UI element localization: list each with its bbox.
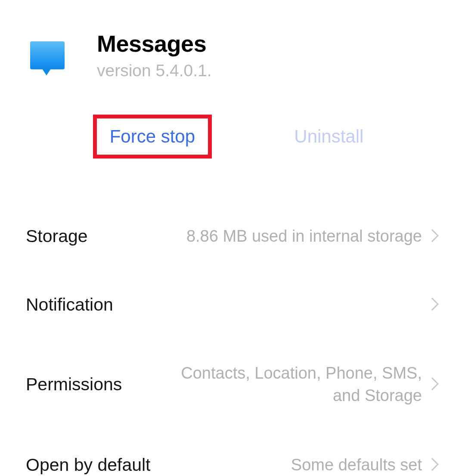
permissions-value: Contacts, Location, Phone, SMS, and Stor… [155, 362, 422, 407]
messages-app-icon [30, 41, 65, 69]
uninstall-button: Uninstall [294, 126, 363, 147]
storage-item[interactable]: Storage 8.86 MB used in internal storage [26, 202, 439, 271]
notification-right [113, 297, 439, 313]
app-title-block: Messages version 5.4.0.1. [97, 30, 212, 80]
chevron-right-icon [431, 376, 439, 393]
chevron-right-icon [431, 228, 439, 245]
open-by-default-item[interactable]: Open by default Some defaults set [26, 430, 439, 476]
storage-right: 8.86 MB used in internal storage [88, 225, 439, 247]
force-stop-button[interactable]: Force stop [93, 115, 212, 159]
settings-list: Storage 8.86 MB used in internal storage… [0, 202, 465, 476]
app-name: Messages [97, 30, 212, 57]
permissions-label: Permissions [26, 374, 122, 395]
open-by-default-label: Open by default [26, 455, 150, 475]
chevron-right-icon [431, 297, 439, 313]
permissions-right: Contacts, Location, Phone, SMS, and Stor… [122, 362, 439, 407]
notification-item[interactable]: Notification [26, 271, 439, 339]
storage-label: Storage [26, 226, 88, 246]
action-row: Force stop Uninstall [0, 97, 465, 202]
app-version: version 5.4.0.1. [97, 61, 212, 80]
storage-value: 8.86 MB used in internal storage [186, 225, 422, 247]
notification-label: Notification [26, 295, 113, 315]
app-info-header: Messages version 5.4.0.1. [0, 0, 465, 97]
permissions-item[interactable]: Permissions Contacts, Location, Phone, S… [26, 339, 439, 430]
open-by-default-value: Some defaults set [291, 454, 422, 476]
open-by-default-right: Some defaults set [150, 454, 439, 476]
chevron-right-icon [431, 457, 439, 473]
